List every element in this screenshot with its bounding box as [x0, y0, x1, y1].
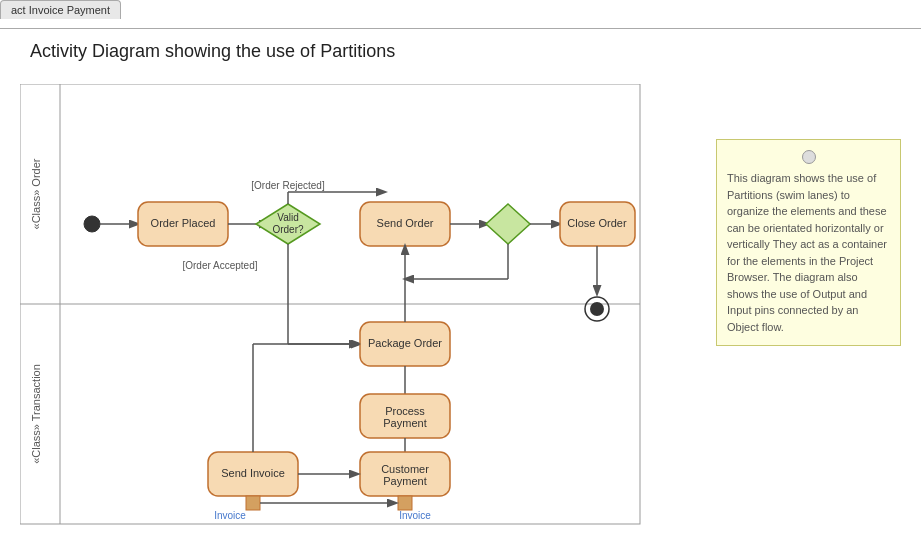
tooltip-text: This diagram shows the use of Partitions… — [727, 170, 890, 335]
svg-rect-48 — [398, 496, 412, 510]
svg-text:Process: Process — [385, 405, 425, 417]
tab-bar: act Invoice Payment — [0, 0, 121, 19]
svg-text:Send Invoice: Send Invoice — [221, 467, 285, 479]
svg-text:Payment: Payment — [383, 417, 426, 429]
svg-text:Order?: Order? — [272, 224, 304, 235]
activity-diagram: «Class» Order «Class» Transaction Order … — [20, 84, 660, 534]
svg-text:[Order Rejected]: [Order Rejected] — [251, 180, 325, 191]
svg-point-31 — [590, 302, 604, 316]
svg-rect-46 — [246, 496, 260, 510]
main-area: Activity Diagram showing the use of Part… — [0, 28, 921, 546]
svg-text:Invoice: Invoice — [399, 510, 431, 521]
svg-text:Close Order: Close Order — [567, 217, 627, 229]
svg-text:[Order Accepted]: [Order Accepted] — [182, 260, 257, 271]
svg-text:Customer: Customer — [381, 463, 429, 475]
svg-point-5 — [84, 216, 100, 232]
svg-text:Order Placed: Order Placed — [151, 217, 216, 229]
svg-marker-23 — [486, 204, 530, 244]
svg-text:Package Order: Package Order — [368, 337, 442, 349]
svg-text:«Class» Order: «Class» Order — [30, 158, 42, 229]
svg-text:Valid: Valid — [277, 212, 299, 223]
diagram-title: Activity Diagram showing the use of Part… — [30, 41, 395, 62]
svg-text:Send Order: Send Order — [377, 217, 434, 229]
svg-text:Invoice: Invoice — [214, 510, 246, 521]
tab-act-invoice-payment[interactable]: act Invoice Payment — [0, 0, 121, 19]
svg-text:Payment: Payment — [383, 475, 426, 487]
tooltip-circle-icon — [802, 150, 816, 164]
svg-text:«Class» Transaction: «Class» Transaction — [30, 364, 42, 464]
tooltip-box: This diagram shows the use of Partitions… — [716, 139, 901, 346]
